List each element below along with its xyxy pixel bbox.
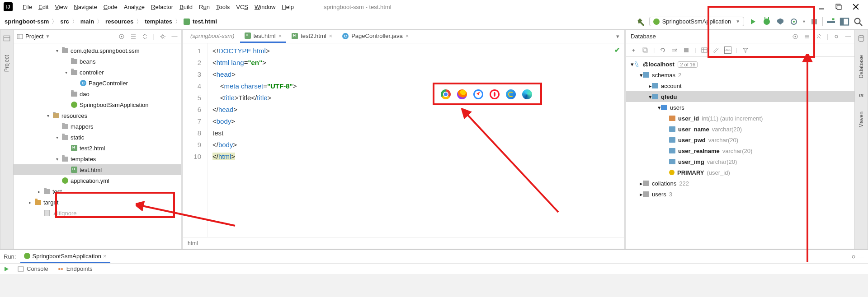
tree-item[interactable]: ▾templates: [14, 153, 181, 164]
chrome-icon[interactable]: [441, 89, 451, 99]
build-button[interactable]: [637, 17, 646, 26]
update-button[interactable]: [826, 16, 836, 27]
tree-item[interactable]: beans: [14, 56, 181, 67]
db-tree-item[interactable]: user_imgvarchar(20): [626, 156, 854, 167]
tree-item[interactable]: ▾com.qfedu.springboot.ssm: [14, 45, 181, 56]
db-tree-item[interactable]: user_realnamevarchar(20): [626, 145, 854, 156]
profiler-button[interactable]: [788, 16, 799, 27]
endpoints-tab[interactable]: Endpoints: [57, 265, 93, 272]
tree-item[interactable]: ▾controller: [14, 67, 181, 78]
tree-item[interactable]: SpringbootSsmApplication: [14, 99, 181, 110]
hide-panel-button[interactable]: —: [857, 253, 864, 260]
search-everywhere-button[interactable]: [853, 16, 863, 27]
menu-code[interactable]: Code: [101, 3, 120, 11]
debug-button[interactable]: [761, 16, 772, 27]
filter-button[interactable]: [742, 46, 749, 54]
db-tree-item[interactable]: ▾schemas2: [626, 70, 854, 80]
db-tree-item[interactable]: ▾@localhost 2 of 16: [626, 59, 854, 70]
db-tree-item[interactable]: ▾qfedu: [626, 91, 854, 102]
db-tree-item[interactable]: user_idint(11) (auto increment): [626, 113, 854, 124]
database-tool-tab[interactable]: Database: [857, 51, 865, 82]
tree-item[interactable]: test.html: [14, 164, 181, 175]
db-tree-item[interactable]: PRIMARY(user_id): [626, 167, 854, 178]
console-tab[interactable]: Console: [18, 265, 48, 272]
menu-vcs[interactable]: VCS: [233, 3, 251, 11]
database-tool-icon[interactable]: [857, 34, 865, 42]
breadcrumb-root[interactable]: springboot-ssm: [5, 18, 49, 25]
ddl-button[interactable]: DDL: [724, 46, 731, 54]
tree-item[interactable]: application.yml: [14, 175, 181, 186]
db-tree-item[interactable]: user_pwdvarchar(20): [626, 135, 854, 145]
minimize-button[interactable]: [818, 4, 825, 10]
stop-button[interactable]: [809, 16, 820, 27]
menu-view[interactable]: View: [52, 3, 70, 11]
tree-item[interactable]: ▾static: [14, 132, 181, 143]
stop-button[interactable]: [683, 46, 690, 54]
settings-gear-icon[interactable]: [833, 33, 840, 40]
project-tool-icon[interactable]: [3, 34, 11, 42]
db-tree-item[interactable]: ▸collations222: [626, 178, 854, 189]
analysis-ok-icon[interactable]: ✔: [614, 46, 620, 54]
db-tree-item[interactable]: user_namevarchar(20): [626, 124, 854, 135]
select-opened-file-button[interactable]: [118, 33, 125, 40]
close-tab-icon[interactable]: ×: [103, 253, 107, 260]
hide-panel-button[interactable]: —: [844, 33, 852, 40]
db-tree-item[interactable]: ▸account: [626, 80, 854, 91]
ie-icon[interactable]: [506, 89, 516, 99]
db-tree-item[interactable]: ▸users3: [626, 189, 854, 200]
db-tree-item[interactable]: ▾users: [626, 102, 854, 113]
settings-gear-icon[interactable]: [159, 33, 166, 40]
tab-pagecontroller[interactable]: CPageController.java×: [338, 30, 413, 43]
expand-button[interactable]: [803, 33, 811, 40]
tab-test2-html[interactable]: test2.html×: [287, 30, 337, 43]
database-tree[interactable]: ▾@localhost 2 of 16▾schemas2▸account▾qfe…: [626, 57, 854, 249]
tab-module[interactable]: (springboot-ssm): [186, 30, 239, 43]
duplicate-button[interactable]: [642, 46, 649, 54]
add-datasource-button[interactable]: ＋: [630, 46, 637, 54]
menu-navigate[interactable]: Navigate: [71, 3, 99, 11]
maximize-button[interactable]: [835, 4, 842, 10]
close-tab-icon[interactable]: ×: [278, 32, 282, 39]
locate-button[interactable]: [792, 33, 799, 40]
collapse-all-button[interactable]: [142, 33, 149, 40]
edit-button[interactable]: [712, 46, 720, 54]
tab-test-html[interactable]: test.html×: [240, 30, 287, 43]
maven-tool-tab[interactable]: Maven: [857, 108, 865, 131]
expand-all-button[interactable]: [130, 33, 137, 40]
chevron-down-icon[interactable]: ▼: [45, 34, 50, 39]
safari-icon[interactable]: [473, 89, 483, 99]
tree-item[interactable]: mappers: [14, 121, 181, 132]
rerun-button[interactable]: [5, 267, 9, 271]
close-tab-icon[interactable]: ×: [406, 32, 409, 39]
menu-file[interactable]: File: [20, 3, 35, 11]
menu-window[interactable]: Window: [252, 3, 278, 11]
maven-tool-icon[interactable]: m: [857, 91, 865, 99]
tree-item[interactable]: ▸test: [14, 186, 181, 197]
chevron-down-icon[interactable]: ▼: [802, 19, 806, 24]
coverage-button[interactable]: [775, 16, 786, 27]
close-button[interactable]: [853, 4, 859, 10]
close-tab-icon[interactable]: ×: [329, 32, 333, 39]
tab-list-button[interactable]: ▾: [614, 33, 621, 40]
collapse-button[interactable]: [815, 33, 822, 40]
menu-analyze[interactable]: Analyze: [121, 3, 147, 11]
settings-gear-icon[interactable]: [850, 253, 857, 260]
hide-panel-button[interactable]: —: [171, 33, 178, 40]
run-tab[interactable]: SpringbootSsmApplication ×: [20, 251, 110, 263]
menu-build[interactable]: Build: [177, 3, 195, 11]
edge-icon[interactable]: [522, 89, 532, 99]
tree-item[interactable]: test2.html: [14, 143, 181, 153]
layout-button[interactable]: [839, 16, 850, 27]
refresh-button[interactable]: [659, 46, 666, 54]
tree-item[interactable]: ▾resources: [14, 110, 181, 121]
run-configuration-selector[interactable]: SpringbootSsmApplication ▼: [649, 17, 744, 26]
menu-tools[interactable]: Tools: [213, 3, 232, 11]
menu-refactor[interactable]: Refactor: [148, 3, 176, 11]
opera-icon[interactable]: [490, 89, 500, 99]
sync-button[interactable]: [671, 46, 678, 54]
breadcrumb-bar[interactable]: html: [183, 237, 624, 249]
menu-help[interactable]: Help: [279, 3, 297, 11]
firefox-icon[interactable]: [457, 89, 467, 99]
project-tool-tab[interactable]: Project: [3, 51, 11, 75]
tree-item[interactable]: CPageController: [14, 78, 181, 88]
